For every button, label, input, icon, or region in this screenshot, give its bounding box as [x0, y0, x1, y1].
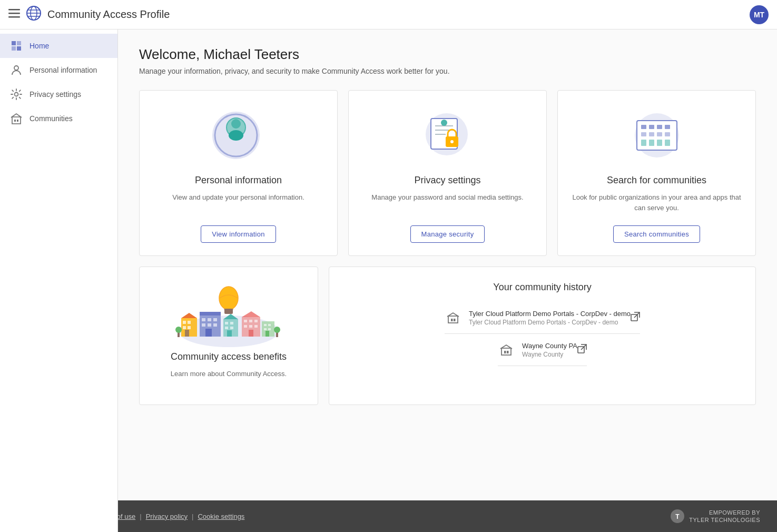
svg-rect-1 — [8, 13, 20, 14]
svg-rect-0 — [8, 9, 20, 11]
header-left: Community Access Profile — [8, 6, 170, 24]
svg-rect-85 — [249, 330, 253, 337]
svg-rect-79 — [244, 320, 247, 322]
svg-rect-15 — [14, 120, 16, 122]
svg-rect-58 — [183, 326, 186, 329]
svg-rect-81 — [254, 320, 258, 322]
welcome-title: Welcome, Michael Teeters — [139, 46, 756, 63]
gear-icon — [11, 88, 22, 100]
svg-rect-36 — [665, 125, 670, 129]
external-link-icon-0[interactable] — [631, 312, 640, 323]
history-text-1: Wayne County PA Wayne County — [522, 342, 577, 358]
manage-security-button[interactable]: Manage security — [410, 225, 485, 243]
cards-row-top: Personal information View and update you… — [139, 90, 756, 256]
svg-rect-16 — [17, 120, 18, 122]
sidebar-item-communities[interactable]: Communities — [0, 106, 117, 131]
person-icon — [11, 64, 22, 76]
view-information-button[interactable]: View information — [201, 225, 276, 243]
footer-brand-text: EMPOWERED BY TYLER TECHNOLOGIES — [689, 509, 760, 524]
svg-rect-10 — [12, 46, 16, 51]
sidebar-item-personal-label: Personal information — [29, 66, 97, 74]
svg-rect-98 — [451, 319, 453, 321]
svg-point-52 — [196, 296, 209, 304]
privacy-illustration — [414, 107, 482, 165]
svg-rect-67 — [208, 323, 211, 327]
sidebar: Home Personal information Privacy settin… — [0, 29, 118, 532]
user-avatar[interactable]: MT — [750, 5, 769, 24]
svg-rect-65 — [213, 318, 217, 321]
main-content: Welcome, Michael Teeters Manage your inf… — [118, 29, 777, 500]
card-community-history: Your community history Tyler Cloud Platf… — [329, 267, 756, 405]
sidebar-item-home[interactable]: Home — [0, 34, 117, 58]
svg-line-101 — [634, 312, 640, 318]
footer-cookies[interactable]: Cookie settings — [198, 513, 244, 520]
globe-icon — [26, 6, 41, 24]
svg-rect-83 — [249, 325, 252, 328]
svg-point-94 — [175, 327, 182, 333]
svg-point-28 — [441, 120, 447, 126]
history-name-0: Tyler Cloud Platform Demo Portals - Corp… — [469, 310, 631, 318]
svg-point-13 — [15, 93, 18, 96]
svg-rect-39 — [657, 132, 662, 136]
community-icon-0 — [445, 309, 461, 326]
svg-rect-57 — [188, 321, 191, 324]
svg-rect-84 — [254, 325, 258, 328]
svg-point-54 — [257, 291, 267, 298]
community-icon-1 — [498, 341, 515, 358]
card-privacy-desc: Manage your password and social media se… — [371, 192, 523, 213]
svg-point-30 — [450, 140, 454, 143]
tyler-logo-icon: T — [670, 509, 685, 524]
svg-rect-91 — [268, 328, 271, 330]
sidebar-item-home-label: Home — [29, 42, 49, 50]
svg-rect-14 — [12, 117, 21, 124]
svg-rect-70 — [200, 312, 221, 316]
svg-rect-92 — [265, 331, 269, 337]
main-layout: Home Personal information Privacy settin… — [0, 29, 777, 500]
svg-rect-103 — [504, 351, 506, 353]
svg-rect-2 — [8, 16, 20, 18]
card-communities-title: Search for communities — [607, 175, 706, 186]
history-item-1: Wayne County PA Wayne County — [498, 334, 587, 366]
svg-rect-42 — [649, 140, 654, 146]
building-icon — [11, 113, 22, 124]
card-community-benefits: Community access benefits Learn more abo… — [139, 267, 318, 405]
app-title: Community Access Profile — [47, 8, 170, 21]
svg-rect-76 — [227, 330, 232, 337]
sidebar-item-personal-information[interactable]: Personal information — [0, 58, 117, 82]
svg-rect-11 — [17, 46, 21, 51]
svg-rect-66 — [202, 323, 205, 327]
svg-text:T: T — [676, 513, 680, 520]
card-personal-information: Personal information View and update you… — [139, 90, 338, 256]
svg-rect-72 — [225, 322, 228, 324]
card-personal-title: Personal information — [195, 175, 282, 186]
svg-rect-56 — [183, 321, 186, 324]
community-benefits-title: Community access benefits — [171, 351, 287, 362]
svg-rect-73 — [230, 322, 233, 324]
card-communities-desc: Look for public organizations in your ar… — [571, 192, 743, 213]
svg-rect-97 — [448, 316, 458, 323]
communities-illustration — [623, 107, 691, 165]
history-text-0: Tyler Cloud Platform Demo Portals - Corp… — [469, 310, 631, 326]
svg-line-106 — [581, 344, 586, 350]
svg-point-12 — [14, 66, 18, 70]
svg-rect-88 — [264, 324, 267, 326]
svg-rect-104 — [507, 351, 509, 353]
svg-point-21 — [229, 130, 243, 141]
sidebar-item-privacy-settings[interactable]: Privacy settings — [0, 82, 117, 106]
sidebar-item-privacy-label: Privacy settings — [29, 90, 81, 98]
community-benefits-desc: Learn more about Community Access. — [171, 369, 287, 379]
community-history-title: Your community history — [493, 282, 591, 293]
footer-privacy[interactable]: Privacy policy — [146, 513, 188, 520]
search-communities-button[interactable]: Search communities — [613, 225, 700, 243]
svg-rect-9 — [17, 41, 21, 45]
hamburger-icon[interactable] — [8, 7, 20, 22]
history-item-0: Tyler Cloud Platform Demo Portals - Corp… — [445, 302, 640, 334]
svg-point-96 — [274, 327, 280, 333]
svg-rect-33 — [641, 125, 646, 129]
home-icon — [11, 40, 22, 52]
svg-rect-63 — [202, 318, 205, 321]
card-privacy-settings: Privacy settings Manage your password an… — [348, 90, 547, 256]
external-link-icon-1[interactable] — [577, 344, 587, 356]
svg-rect-60 — [185, 330, 189, 337]
svg-marker-61 — [181, 313, 197, 318]
